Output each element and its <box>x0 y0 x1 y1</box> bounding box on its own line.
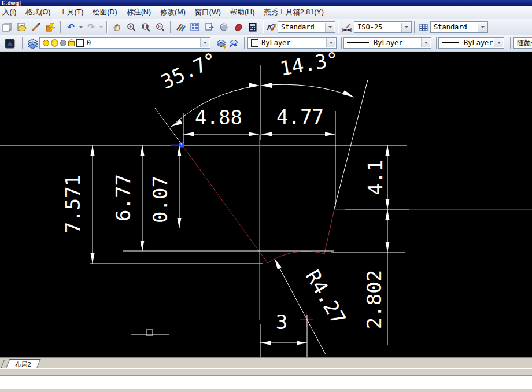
text-style-combo[interactable]: Standard <box>278 21 335 33</box>
toolbar-separator <box>436 37 437 49</box>
properties-toolbar: 0 ByLayer ByLayer ByLayer 随颜色 <box>0 35 532 51</box>
open-icon[interactable] <box>15 21 28 34</box>
drawing-canvas[interactable]: 35.7° 14.3° 4.88 4.77 7.571 6.77 0.07 4.… <box>0 52 532 357</box>
table-style-icon[interactable] <box>418 21 430 34</box>
dim-text-477: 4.77 <box>276 105 324 128</box>
dim-style-icon[interactable] <box>342 21 353 34</box>
color-dropdown-icon[interactable] <box>326 38 335 47</box>
arrowhead <box>261 83 272 88</box>
toolbar-separator <box>510 37 511 49</box>
arrowhead <box>386 209 390 220</box>
menu-item-draw[interactable]: 绘图(D) <box>88 6 121 19</box>
arrowhead <box>386 242 390 252</box>
selection-tool-icon[interactable] <box>3 37 16 50</box>
text-style-value: Standard <box>281 23 315 31</box>
linetype-sample <box>347 42 369 43</box>
status-bar-edge <box>0 389 532 392</box>
command-line-input[interactable] <box>0 376 532 389</box>
menu-item-yanxiu-toolbox[interactable]: 燕秀工具箱2.81(Y) <box>259 6 328 19</box>
dim-style-combo[interactable]: ISO-25 <box>354 21 412 33</box>
arrowhead <box>249 83 259 88</box>
layers-icon[interactable] <box>26 37 39 50</box>
plot-style-combo[interactable]: 随颜色 <box>513 37 532 49</box>
layer-manager-icon[interactable] <box>189 21 202 34</box>
menu-item-format[interactable]: 格式(O) <box>21 6 55 19</box>
undo-icon[interactable]: ↶ <box>64 21 77 34</box>
cad-drawing: 35.7° 14.3° 4.88 4.77 7.571 6.77 0.07 4.… <box>0 52 532 357</box>
pan-icon[interactable] <box>110 21 124 34</box>
arrowhead <box>297 341 307 345</box>
dim-text-41: 4.1 <box>364 160 387 195</box>
redo-icon[interactable]: ↷ <box>84 21 98 34</box>
linetype-combo[interactable]: ByLayer <box>343 37 431 49</box>
block-editor-icon[interactable] <box>203 21 216 34</box>
dim-style-dropdown-icon[interactable] <box>401 23 411 32</box>
layer-name: 0 <box>87 39 91 47</box>
menu-item-tools[interactable]: 工具(T) <box>55 6 88 19</box>
menu-item-dimension[interactable]: 标注(N) <box>122 6 156 19</box>
arrowhead <box>260 341 271 345</box>
right-angle-line <box>334 80 368 209</box>
layer-previous-icon[interactable] <box>227 37 241 50</box>
window-title: E.dwg] <box>2 0 21 6</box>
dim-text-677: 6.77 <box>112 174 135 221</box>
linetype-dropdown-icon[interactable] <box>421 38 430 47</box>
layer-on-icon[interactable] <box>43 40 49 46</box>
arrowhead <box>171 120 182 127</box>
command-window-splitter[interactable] <box>0 368 532 376</box>
layout-tab-bar: 布局2 <box>0 357 532 369</box>
layer-freeze-icon[interactable] <box>51 39 58 47</box>
undo-dropdown-icon[interactable] <box>79 26 83 28</box>
lineweight-combo[interactable]: ByLayer <box>438 37 504 49</box>
render-icon[interactable] <box>217 21 231 34</box>
tab-layout2[interactable]: 布局2 <box>6 359 41 369</box>
dim-text-007: 0.07 <box>149 176 172 223</box>
layer-viewport-freeze-icon[interactable] <box>60 40 66 46</box>
brush-icon[interactable] <box>29 21 43 34</box>
layer-combo[interactable]: 0 <box>39 37 210 49</box>
toolbar-separator <box>22 37 23 49</box>
color-swatch <box>251 39 258 47</box>
dim-style-value: ISO-25 <box>357 23 382 31</box>
layer-lock-icon[interactable] <box>68 41 75 46</box>
angle-arc-right <box>261 84 354 97</box>
color-combo[interactable]: ByLayer <box>247 37 337 49</box>
arrowhead <box>91 145 95 156</box>
toolbar-separator <box>414 21 415 33</box>
dim-text-2802: 2.802 <box>363 270 386 329</box>
markup-icon[interactable] <box>232 21 245 34</box>
previous-tab-fragment[interactable] <box>0 360 5 369</box>
dim-text-488: 4.88 <box>195 106 242 129</box>
match-properties-icon[interactable] <box>44 21 57 34</box>
table-style-combo[interactable]: Standard <box>430 21 488 33</box>
zoom-realtime-icon[interactable] <box>125 21 138 34</box>
arrowhead <box>249 132 259 136</box>
text-style-dropdown-icon[interactable] <box>325 23 334 32</box>
zoom-previous-icon[interactable] <box>154 21 167 34</box>
menu-item-help[interactable]: 帮助(H) <box>226 6 259 19</box>
calculator-icon[interactable] <box>246 21 260 34</box>
properties-icon[interactable] <box>174 21 187 34</box>
red-profile[interactable] <box>182 145 334 327</box>
layer-dropdown-icon[interactable] <box>200 38 209 47</box>
linetype-value: ByLayer <box>374 39 403 47</box>
redo-dropdown-icon[interactable] <box>99 26 103 28</box>
menu-item-modify[interactable]: 修改(M) <box>156 6 190 19</box>
zoom-window-icon[interactable] <box>139 21 153 34</box>
toolbar-separator <box>170 21 171 33</box>
new-icon[interactable] <box>1 21 14 34</box>
layer-color-swatch <box>76 39 84 47</box>
menu-item-window[interactable]: 窗口(W) <box>190 6 226 19</box>
arrowhead <box>91 253 95 264</box>
tab-layout2-label: 布局2 <box>15 360 31 369</box>
table-style-dropdown-icon[interactable] <box>478 23 487 32</box>
text-style-icon[interactable]: A <box>265 21 277 34</box>
arrowhead <box>141 145 145 156</box>
lineweight-dropdown-icon[interactable] <box>494 38 503 47</box>
arrowhead <box>342 90 354 97</box>
color-value: ByLayer <box>261 39 291 47</box>
left-angle-line <box>155 108 182 145</box>
menu-item-insert[interactable]: 入(I) <box>0 6 21 19</box>
table-style-value: Standard <box>434 23 467 31</box>
layer-states-icon[interactable] <box>215 37 228 50</box>
